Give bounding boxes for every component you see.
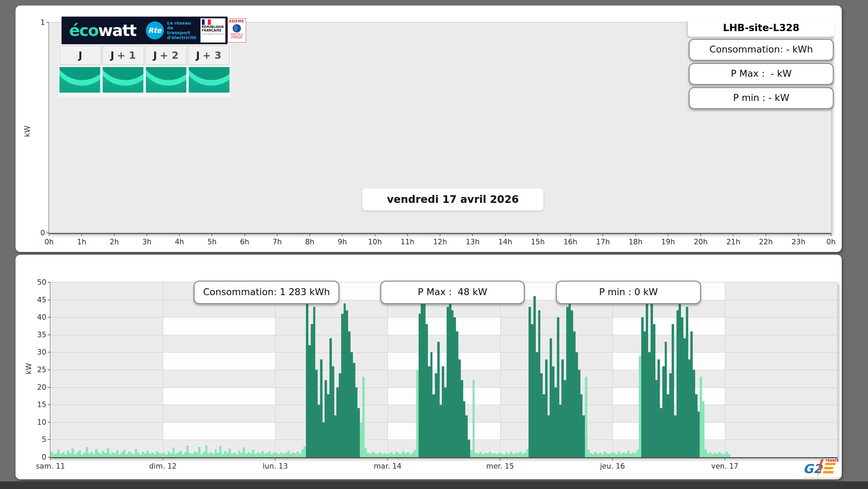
power-bar <box>698 412 700 457</box>
power-bar <box>611 453 613 457</box>
power-bar <box>580 394 583 457</box>
bar-slot <box>522 282 524 457</box>
bar-slot <box>81 282 83 457</box>
top-chart-xtick-mark <box>407 233 408 236</box>
week-chart-xtick-mark <box>387 457 388 460</box>
power-bar <box>644 331 646 457</box>
power-bar <box>388 454 391 457</box>
top-chart-hour-label: 23h <box>792 238 805 246</box>
power-bar <box>597 454 599 457</box>
bar-slot <box>531 282 533 457</box>
ecowatt-gauge-day-1[interactable] <box>103 67 143 93</box>
power-bar <box>576 352 578 457</box>
power-bar <box>55 453 58 457</box>
bar-slot <box>144 282 147 457</box>
power-bar <box>161 454 163 457</box>
bar-slot <box>271 282 273 457</box>
top-chart-hour-label: 8h <box>305 238 315 246</box>
power-bar <box>257 452 259 457</box>
power-bar <box>205 445 208 457</box>
rte-logo-text: Rte <box>148 26 161 35</box>
power-bar <box>276 453 278 457</box>
ademe-text: ADEME <box>228 19 246 23</box>
bar-slot <box>796 282 798 457</box>
power-bar <box>125 454 128 457</box>
power-bar <box>491 454 494 457</box>
top-chart-hour-label: 4h <box>175 238 184 246</box>
power-bar <box>367 453 369 457</box>
power-bar <box>142 452 144 457</box>
bar-slot <box>756 282 758 457</box>
bar-slot <box>318 282 320 457</box>
power-bar <box>426 324 428 457</box>
power-bar <box>273 452 276 457</box>
power-bar <box>374 453 376 457</box>
day-button-j[interactable]: J <box>59 46 101 65</box>
bar-slot <box>819 282 822 457</box>
bar-slot <box>55 282 58 457</box>
bar-slot <box>533 282 536 457</box>
day-button-j-plus-2[interactable]: J+ 2 <box>145 46 187 65</box>
bar-slot <box>231 282 233 457</box>
bar-slot <box>639 282 641 457</box>
power-bar <box>339 373 341 457</box>
bar-slot <box>676 282 679 457</box>
bar-slot <box>341 282 344 457</box>
bar-slot <box>503 282 505 457</box>
power-bar <box>252 450 254 457</box>
power-bar <box>641 317 644 457</box>
bar-slot <box>623 282 625 457</box>
day-button-j-plus-1[interactable]: J+ 1 <box>102 46 144 65</box>
top-chart-xtick-mark <box>375 233 375 236</box>
bar-slot <box>203 282 205 457</box>
power-bar <box>679 303 681 457</box>
bar-slot <box>552 282 554 457</box>
power-bar <box>475 453 477 457</box>
day-button-j-plus-3[interactable]: J+ 3 <box>188 46 230 65</box>
power-bar <box>702 401 704 457</box>
bar-slot <box>339 282 341 457</box>
power-bar <box>318 405 320 457</box>
power-bar <box>100 454 102 457</box>
power-bar <box>88 453 91 457</box>
bar-slot <box>543 282 545 457</box>
power-bar <box>198 447 200 457</box>
bar-slot <box>355 282 358 457</box>
power-bar <box>623 452 625 457</box>
day-button-prefix: J <box>110 49 114 61</box>
bar-slot <box>222 282 224 457</box>
bar-slot <box>662 282 665 457</box>
bar-slot <box>306 282 308 457</box>
power-bar <box>74 454 76 457</box>
power-bar <box>210 452 212 457</box>
bar-slot <box>156 282 158 457</box>
bar-slot <box>561 282 564 457</box>
bar-slot <box>177 282 179 457</box>
ecowatt-gauge-day-0[interactable] <box>59 67 100 93</box>
bar-slot <box>53 282 55 457</box>
top-chart-y-axis-label: kW <box>23 124 31 138</box>
bar-slot <box>393 282 395 457</box>
ecowatt-gauge-day-2[interactable] <box>146 67 187 93</box>
bar-slot <box>294 282 297 457</box>
week-chart-ytick-mark <box>48 317 50 318</box>
bar-slot <box>566 282 569 457</box>
bar-slot <box>625 282 627 457</box>
ecowatt-gauge-day-3[interactable] <box>189 67 230 93</box>
republique-francaise-text: RÉPUBLIQUE FRANÇAISE <box>202 26 224 32</box>
week-chart-ytick-mark <box>48 300 50 300</box>
power-bar <box>299 454 301 457</box>
power-bar <box>280 452 283 457</box>
bar-slot <box>461 282 463 457</box>
bar-slot <box>360 282 362 457</box>
bar-slot <box>69 282 72 457</box>
bar-slot <box>88 282 91 457</box>
power-bar <box>137 453 140 457</box>
power-bar <box>632 452 634 457</box>
power-bar <box>479 452 482 457</box>
bar-slot <box>151 282 154 457</box>
power-bar <box>536 352 538 457</box>
power-bar <box>458 359 461 457</box>
top-chart-hour-label: 9h <box>338 238 347 246</box>
power-bar <box>505 452 508 457</box>
